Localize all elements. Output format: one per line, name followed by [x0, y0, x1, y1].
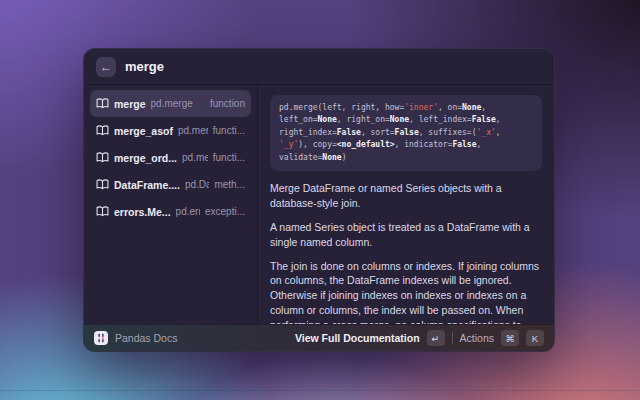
result-kind: meth... — [214, 179, 245, 190]
wallpaper: ← merge merge pd.merge function — [0, 0, 640, 400]
doc-paragraph: The join is done on columns or indexes. … — [270, 259, 542, 324]
actions-button[interactable]: Actions — [460, 332, 494, 344]
signature-token: , on= — [438, 103, 462, 112]
result-item-merge[interactable]: merge pd.merge function — [90, 90, 251, 117]
result-kind: functi... — [213, 125, 245, 136]
book-icon — [96, 178, 109, 191]
book-icon — [96, 124, 109, 137]
result-name: merge_asof — [114, 125, 173, 137]
content-split: merge pd.merge function merge_asof pd.me… — [84, 85, 554, 324]
signature-token: , left_index= — [409, 115, 472, 124]
signature-token: pd.merge(left, right, how= — [279, 103, 404, 112]
doc-paragraph: A named Series object is treated as a Da… — [270, 220, 542, 250]
back-button[interactable]: ← — [96, 57, 116, 77]
result-module: pd.errors... — [176, 206, 200, 217]
signature-token: False — [395, 128, 419, 137]
command-key-icon: ⌘ — [501, 330, 519, 346]
book-icon — [96, 205, 109, 218]
signature-token: , suffixes=( — [419, 128, 477, 137]
signature-token: , indicator= — [395, 140, 453, 149]
source-label: Pandas Docs — [115, 332, 177, 344]
result-item-errors-merge[interactable]: errors.Me... pd.errors... excepti... — [90, 198, 251, 225]
result-name: merge_ord... — [114, 152, 177, 164]
signature-token: , sort= — [361, 128, 395, 137]
wallpaper-seam — [0, 390, 640, 391]
result-module: pd.merge — [151, 98, 205, 109]
signature-token: 'inner' — [404, 103, 438, 112]
footer-actions: View Full Documentation ↵ Actions ⌘ K — [295, 330, 544, 346]
search-bar: ← merge — [84, 49, 554, 85]
result-module: pd.merge... — [182, 152, 208, 163]
result-item-merge-ordered[interactable]: merge_ord... pd.merge... functi... — [90, 144, 251, 171]
search-input[interactable]: merge — [125, 59, 164, 74]
footer-divider — [452, 332, 453, 344]
signature-token: None — [462, 103, 481, 112]
signature-token: False — [337, 128, 361, 137]
return-key-icon: ↵ — [427, 330, 445, 346]
result-module: pd.merge... — [178, 125, 208, 136]
signature-token: ) — [342, 153, 347, 162]
back-arrow-icon: ← — [100, 61, 112, 73]
footer-bar: Pandas Docs View Full Documentation ↵ Ac… — [84, 324, 554, 351]
signature-token: , right_on= — [337, 115, 390, 124]
signature-token: None — [390, 115, 409, 124]
signature-token: '_y' — [279, 140, 298, 149]
k-key-icon: K — [526, 330, 544, 346]
view-full-documentation-button[interactable]: View Full Documentation — [295, 332, 420, 344]
signature-token: , — [496, 128, 501, 137]
result-kind: excepti... — [205, 206, 245, 217]
signature-token: None — [318, 115, 337, 124]
pandas-logo-icon — [94, 331, 108, 345]
result-item-merge-asof[interactable]: merge_asof pd.merge... functi... — [90, 117, 251, 144]
signature-token: False — [452, 140, 476, 149]
result-kind: function — [210, 98, 245, 109]
signature-token: '_x' — [477, 128, 496, 137]
result-kind: functi... — [213, 152, 245, 163]
book-icon — [96, 151, 109, 164]
signature-token: None — [322, 153, 341, 162]
doc-detail-pane[interactable]: pd.merge(left, right, how='inner', on=No… — [258, 85, 554, 324]
result-name: DataFrame.... — [114, 179, 180, 191]
function-signature: pd.merge(left, right, how='inner', on=No… — [270, 95, 542, 171]
docs-search-window: ← merge merge pd.merge function — [83, 48, 555, 352]
result-item-dataframe-merge[interactable]: DataFrame.... pd.DataF... meth... — [90, 171, 251, 198]
result-name: merge — [114, 98, 146, 110]
signature-token: ), copy= — [298, 140, 337, 149]
signature-token: <no_default> — [337, 140, 395, 149]
doc-paragraph: Merge DataFrame or named Series objects … — [270, 181, 542, 211]
signature-token: False — [472, 115, 496, 124]
results-list: merge pd.merge function merge_asof pd.me… — [84, 85, 258, 324]
book-icon — [96, 97, 109, 110]
result-module: pd.DataF... — [185, 179, 209, 190]
result-name: errors.Me... — [114, 206, 171, 218]
